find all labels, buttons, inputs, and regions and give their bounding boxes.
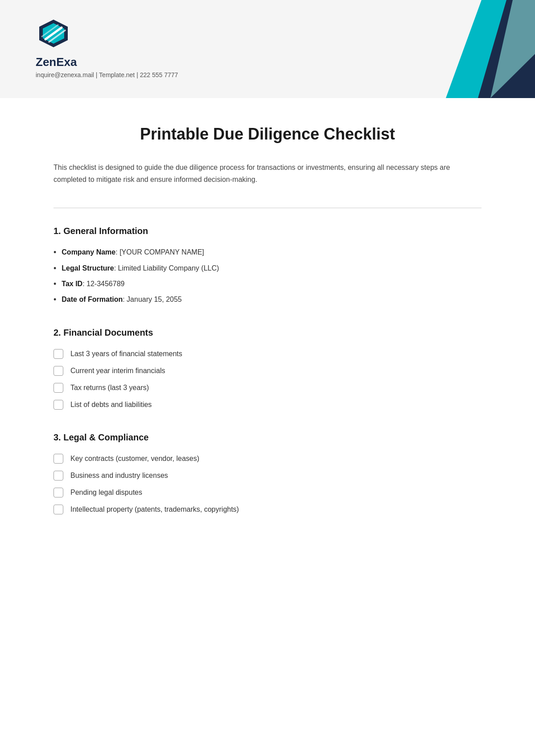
checkbox[interactable] (54, 505, 63, 514)
header-decoration (383, 0, 535, 98)
checkbox-label: Business and industry licenses (70, 470, 168, 481)
main-content: Printable Due Diligence Checklist This c… (0, 98, 535, 564)
checkbox[interactable] (54, 454, 63, 464)
checkbox[interactable] (54, 366, 63, 376)
list-item: Intellectual property (patents, trademar… (54, 504, 482, 515)
bullet-dot: • (54, 294, 56, 305)
checkbox-label: Intellectual property (patents, trademar… (70, 504, 239, 515)
page-title: Printable Due Diligence Checklist (54, 125, 482, 144)
item-label: Date of Formation (62, 296, 123, 303)
checkbox-label: Tax returns (last 3 years) (70, 382, 149, 393)
item-label: Tax ID (62, 280, 82, 288)
bullet-dot: • (54, 247, 56, 258)
section-financial-documents: 2. Financial Documents Last 3 years of f… (54, 328, 482, 410)
section-1-title: 1. General Information (54, 226, 482, 236)
section-2-title: 2. Financial Documents (54, 328, 482, 338)
checkbox[interactable] (54, 471, 63, 481)
list-item: Current year interim financials (54, 366, 482, 376)
logo-area: ZenExa inquire@zenexa.mail | Template.ne… (36, 18, 178, 79)
list-item: List of debts and liabilities (54, 399, 482, 410)
item-value: 12-3456789 (86, 280, 124, 288)
section-3-title: 3. Legal & Compliance (54, 432, 482, 443)
item-value: Limited Liability Company (LLC) (118, 264, 219, 272)
section-legal-compliance: 3. Legal & Compliance Key contracts (cus… (54, 432, 482, 515)
logo-icon (36, 18, 71, 49)
section-divider (54, 208, 482, 208)
checkbox[interactable] (54, 488, 63, 497)
intro-text: This checklist is designed to guide the … (54, 161, 482, 185)
checkbox-label: List of debts and liabilities (70, 399, 152, 410)
checkbox-label: Pending legal disputes (70, 487, 142, 498)
checkbox-label: Current year interim financials (70, 366, 165, 376)
list-item: • Legal Structure: Limited Liability Com… (54, 263, 482, 274)
header: ZenExa inquire@zenexa.mail | Template.ne… (0, 0, 535, 98)
bullet-dot: • (54, 279, 56, 290)
list-item: • Date of Formation: January 15, 2055 (54, 294, 482, 305)
brand-contact: inquire@zenexa.mail | Template.net | 222… (36, 71, 178, 78)
list-item: Tax returns (last 3 years) (54, 382, 482, 393)
list-item: • Company Name: [YOUR COMPANY NAME] (54, 247, 482, 258)
legal-compliance-list: Key contracts (customer, vendor, leases)… (54, 453, 482, 515)
financial-docs-list: Last 3 years of financial statements Cur… (54, 349, 482, 410)
section-general-information: 1. General Information • Company Name: [… (54, 226, 482, 305)
bullet-dot: • (54, 263, 56, 274)
brand-name: ZenExa (36, 55, 178, 69)
checkbox-label: Last 3 years of financial statements (70, 349, 182, 359)
item-value: [YOUR COMPANY NAME] (119, 248, 204, 256)
item-label: Legal Structure (62, 264, 114, 272)
item-value: January 15, 2055 (127, 296, 182, 303)
list-item: Pending legal disputes (54, 487, 482, 498)
list-item: Key contracts (customer, vendor, leases) (54, 453, 482, 464)
checkbox[interactable] (54, 383, 63, 393)
general-info-list: • Company Name: [YOUR COMPANY NAME] • Le… (54, 247, 482, 305)
list-item: Business and industry licenses (54, 470, 482, 481)
checkbox[interactable] (54, 349, 63, 359)
list-item: Last 3 years of financial statements (54, 349, 482, 359)
list-item: • Tax ID: 12-3456789 (54, 279, 482, 290)
item-label: Company Name (62, 248, 115, 256)
checkbox-label: Key contracts (customer, vendor, leases) (70, 453, 199, 464)
checkbox[interactable] (54, 400, 63, 410)
page: ZenExa inquire@zenexa.mail | Template.ne… (0, 0, 535, 756)
